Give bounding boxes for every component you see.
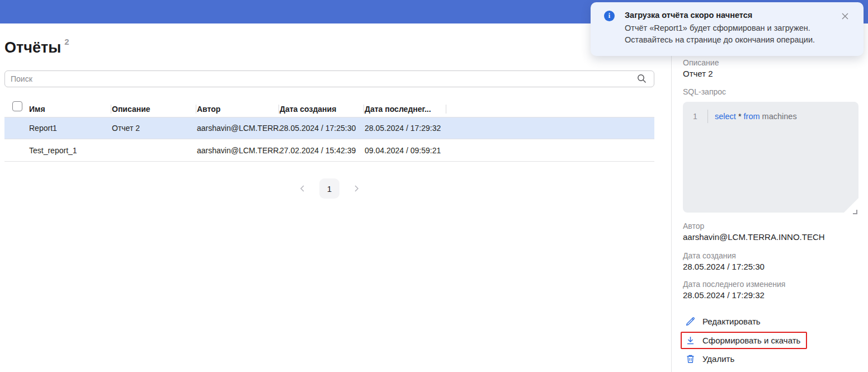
select-all-cell — [4, 101, 29, 117]
sql-code-text: select * from machines — [715, 112, 797, 121]
sql-query-label: SQL-запрос — [683, 87, 726, 96]
edit-button-label: Редактировать — [702, 317, 761, 326]
cell-name: Report1 — [29, 124, 112, 133]
column-header-description[interactable]: Описание — [112, 101, 197, 117]
pagination: 1 — [4, 178, 654, 199]
toast-message-line2: Оставайтесь на странице до окончания опе… — [625, 35, 815, 44]
column-header-created[interactable]: Дата создания — [280, 101, 365, 117]
close-icon[interactable] — [840, 11, 850, 21]
generate-download-button[interactable]: Сформировать и скачать — [681, 332, 807, 349]
table-row[interactable]: Report1 Отчет 2 aarshavin@LCM.TERRA.INNO… — [4, 117, 654, 139]
column-header-author[interactable]: Автор — [197, 101, 280, 117]
resize-handle-icon[interactable] — [853, 210, 857, 214]
cell-author: aarshavin@LCM.TERRA.INNO.TECH — [197, 124, 280, 133]
edit-button[interactable]: Редактировать — [685, 316, 761, 327]
sql-keyword: select — [715, 112, 736, 121]
delete-button[interactable]: Удалить — [685, 354, 734, 364]
cell-name: Test_report_1 — [29, 146, 112, 155]
column-header-filler — [444, 101, 654, 117]
description-label: Описание — [683, 58, 719, 67]
toast-title: Загрузка отчёта скоро начнется — [625, 11, 752, 20]
generate-download-button-label: Сформировать и скачать — [702, 336, 800, 345]
report-details-panel: Описание Отчет 2 SQL-запрос 1 select * f… — [683, 23, 868, 372]
column-header-name[interactable]: Имя — [29, 101, 112, 117]
select-all-checkbox[interactable] — [12, 101, 22, 111]
sql-line-number: 1 — [683, 112, 707, 121]
page-number-button[interactable]: 1 — [319, 178, 339, 199]
download-icon — [685, 335, 696, 346]
created-date-label: Дата создания — [683, 251, 736, 260]
page-title: Отчёты2 — [4, 37, 69, 56]
author-label: Автор — [683, 222, 704, 230]
trash-icon — [685, 354, 696, 364]
sql-gutter-divider — [707, 110, 708, 123]
delete-button-label: Удалить — [702, 354, 734, 364]
table-row[interactable]: Test_report_1 aarshavin@LCM.TERRA.INNO.T… — [4, 139, 654, 162]
description-value: Отчет 2 — [683, 69, 713, 78]
cell-modified: 28.05.2024 / 17:29:32 — [365, 124, 444, 133]
prev-page-button[interactable] — [294, 180, 312, 197]
table-body: Report1 Отчет 2 aarshavin@LCM.TERRA.INNO… — [4, 117, 654, 162]
search-bar — [4, 70, 654, 87]
next-page-button[interactable] — [347, 180, 365, 197]
cell-author: aarshavin@LCM.TERRA.INNO.TECH — [197, 146, 280, 155]
toast-message-line1: Отчёт «Report1» будет сформирован и загр… — [625, 23, 810, 32]
reports-count-badge: 2 — [64, 37, 69, 46]
created-date-value: 28.05.2024 / 17:25:30 — [683, 262, 765, 271]
modified-date-value: 28.05.2024 / 17:29:32 — [683, 290, 765, 300]
cell-modified: 09.04.2024 / 09:59:21 — [365, 146, 444, 155]
table-header-row: Имя Описание Автор Дата создания Дата по… — [4, 101, 654, 117]
sql-operator: * — [736, 112, 744, 121]
cell-created: 28.05.2024 / 17:25:30 — [280, 124, 365, 133]
cell-description: Отчет 2 — [112, 124, 197, 133]
search-icon[interactable] — [637, 74, 647, 83]
sql-query-editor[interactable]: 1 select * from machines — [683, 102, 858, 213]
toast-notification: i Загрузка отчёта скоро начнется Отчёт «… — [591, 2, 864, 56]
pencil-icon — [685, 316, 696, 327]
panel-divider — [671, 23, 672, 372]
sql-keyword: from — [744, 112, 760, 121]
info-icon: i — [604, 11, 615, 21]
search-input[interactable] — [4, 70, 654, 87]
sql-identifier: machines — [760, 112, 797, 121]
column-header-modified[interactable]: Дата последнег... — [365, 101, 444, 117]
sql-code-line: 1 select * from machines — [683, 110, 858, 123]
page-title-text: Отчёты — [4, 39, 61, 56]
modified-date-label: Дата последнего изменения — [683, 280, 785, 289]
reports-table: Имя Описание Автор Дата создания Дата по… — [4, 101, 654, 162]
author-value: aarshavin@LCM.TERRA.INNO.TECH — [683, 232, 825, 242]
cell-created: 27.02.2024 / 15:42:39 — [280, 146, 365, 155]
